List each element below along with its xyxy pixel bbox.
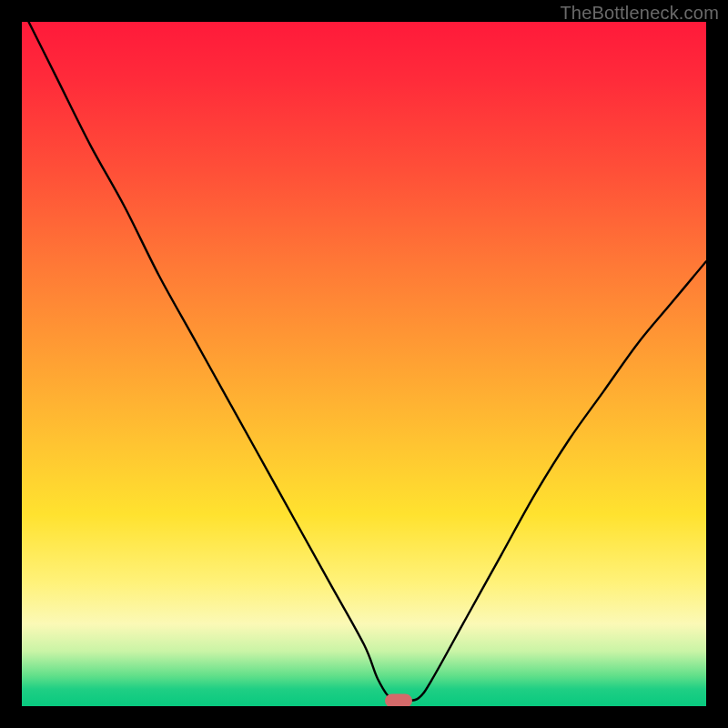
- bottleneck-curve: [22, 22, 706, 706]
- plot-area: [22, 22, 706, 706]
- optimal-marker: [385, 693, 412, 706]
- watermark-text: TheBottleneck.com: [560, 3, 719, 24]
- chart-frame: TheBottleneck.com: [0, 0, 728, 728]
